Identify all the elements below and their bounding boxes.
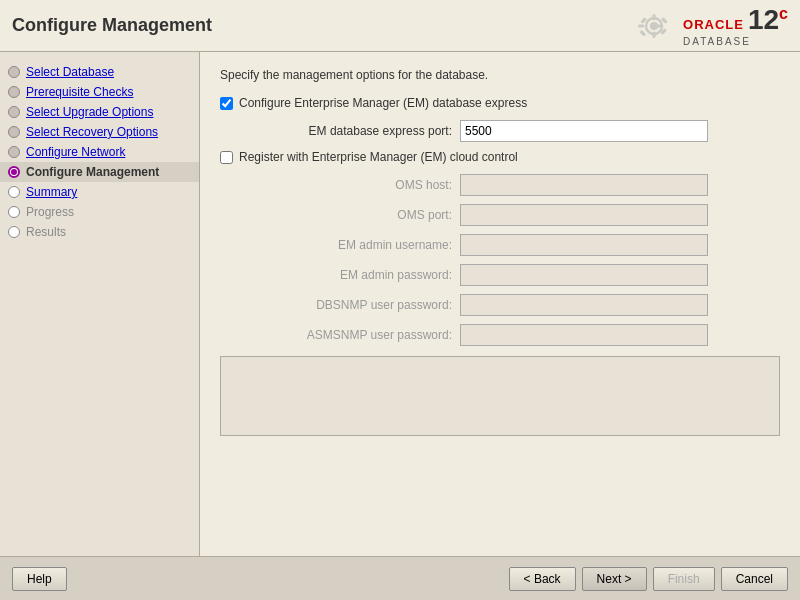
oms-host-input (460, 174, 708, 196)
sidebar-item-results: Results (0, 222, 199, 242)
oms-port-label: OMS port: (240, 208, 460, 222)
em-cloud-checkbox[interactable] (220, 151, 233, 164)
sidebar-label-summary: Summary (26, 185, 77, 199)
message-area (220, 356, 780, 436)
sidebar-item-configure-network[interactable]: Configure Network (0, 142, 199, 162)
sidebar-label-prerequisite-checks: Prerequisite Checks (26, 85, 133, 99)
sidebar-item-select-upgrade-options[interactable]: Select Upgrade Options (0, 102, 199, 122)
sidebar-dot-progress (8, 206, 20, 218)
em-port-label: EM database express port: (240, 124, 460, 138)
em-admin-username-label: EM admin username: (240, 238, 460, 252)
sidebar-dot-results (8, 226, 20, 238)
next-button[interactable]: Next > (582, 567, 647, 591)
sidebar-item-progress: Progress (0, 202, 199, 222)
content-description: Specify the management options for the d… (220, 68, 780, 82)
help-button[interactable]: Help (12, 567, 67, 591)
em-admin-username-input (460, 234, 708, 256)
em-cloud-label[interactable]: Register with Enterprise Manager (EM) cl… (239, 150, 518, 164)
em-port-input[interactable] (460, 120, 708, 142)
sidebar-item-summary[interactable]: Summary (0, 182, 199, 202)
oms-host-label: OMS host: (240, 178, 460, 192)
back-button[interactable]: < Back (509, 567, 576, 591)
sidebar-dot-configure-network (8, 146, 20, 158)
header: Configure Management ORACLE 12c DATABASE (0, 0, 800, 52)
oracle-text: ORACLE (683, 17, 744, 32)
svg-rect-4 (638, 24, 644, 27)
sidebar-label-configure-management: Configure Management (26, 165, 159, 179)
gear-icon (629, 6, 679, 46)
em-express-checkbox[interactable] (220, 97, 233, 110)
asmsnmp-password-label: ASMSNMP user password: (240, 328, 460, 342)
footer: Help < Back Next > Finish Cancel (0, 556, 800, 600)
em-admin-password-row: EM admin password: (220, 264, 780, 286)
cancel-button[interactable]: Cancel (721, 567, 788, 591)
sidebar-item-prerequisite-checks[interactable]: Prerequisite Checks (0, 82, 199, 102)
oracle-brand: ORACLE 12c DATABASE (683, 4, 788, 47)
em-admin-username-row: EM admin username: (220, 234, 780, 256)
svg-rect-2 (652, 14, 655, 20)
finish-button[interactable]: Finish (653, 567, 715, 591)
sidebar-dot-summary (8, 186, 20, 198)
em-port-row: EM database express port: (220, 120, 780, 142)
oms-port-row: OMS port: (220, 204, 780, 226)
main-layout: Select Database Prerequisite Checks Sele… (0, 52, 800, 556)
dbsnmp-password-input (460, 294, 708, 316)
page-title: Configure Management (12, 15, 212, 36)
sidebar-label-select-recovery-options: Select Recovery Options (26, 125, 158, 139)
sidebar-dot-select-recovery-options (8, 126, 20, 138)
sidebar-label-configure-network: Configure Network (26, 145, 125, 159)
sidebar-dot-select-upgrade-options (8, 106, 20, 118)
sidebar-item-select-recovery-options[interactable]: Select Recovery Options (0, 122, 199, 142)
em-admin-password-input (460, 264, 708, 286)
em-cloud-row: Register with Enterprise Manager (EM) cl… (220, 150, 780, 164)
sidebar-dot-configure-management (8, 166, 20, 178)
sidebar-item-select-database[interactable]: Select Database (0, 62, 199, 82)
footer-left: Help (12, 567, 67, 591)
svg-rect-5 (656, 24, 662, 27)
dbsnmp-password-row: DBSNMP user password: (220, 294, 780, 316)
svg-rect-8 (639, 29, 646, 36)
dbsnmp-password-label: DBSNMP user password: (240, 298, 460, 312)
em-express-label[interactable]: Configure Enterprise Manager (EM) databa… (239, 96, 527, 110)
asmsnmp-password-input (460, 324, 708, 346)
oracle-logo: ORACLE 12c DATABASE (629, 4, 788, 47)
oracle-version: 12c (748, 4, 788, 36)
asmsnmp-password-row: ASMSNMP user password: (220, 324, 780, 346)
oms-port-input (460, 204, 708, 226)
sidebar-item-configure-management[interactable]: Configure Management (0, 162, 199, 182)
sidebar-label-results: Results (26, 225, 66, 239)
sidebar-label-select-database: Select Database (26, 65, 114, 79)
oracle-db-label: DATABASE (683, 36, 788, 47)
sidebar: Select Database Prerequisite Checks Sele… (0, 52, 200, 556)
sidebar-dot-select-database (8, 66, 20, 78)
sidebar-dot-prerequisite-checks (8, 86, 20, 98)
em-admin-password-label: EM admin password: (240, 268, 460, 282)
footer-right: < Back Next > Finish Cancel (509, 567, 788, 591)
svg-rect-3 (652, 31, 655, 37)
em-express-row: Configure Enterprise Manager (EM) databa… (220, 96, 780, 110)
sidebar-label-progress: Progress (26, 205, 74, 219)
content-area: Specify the management options for the d… (200, 52, 800, 556)
sidebar-label-select-upgrade-options: Select Upgrade Options (26, 105, 153, 119)
oms-host-row: OMS host: (220, 174, 780, 196)
